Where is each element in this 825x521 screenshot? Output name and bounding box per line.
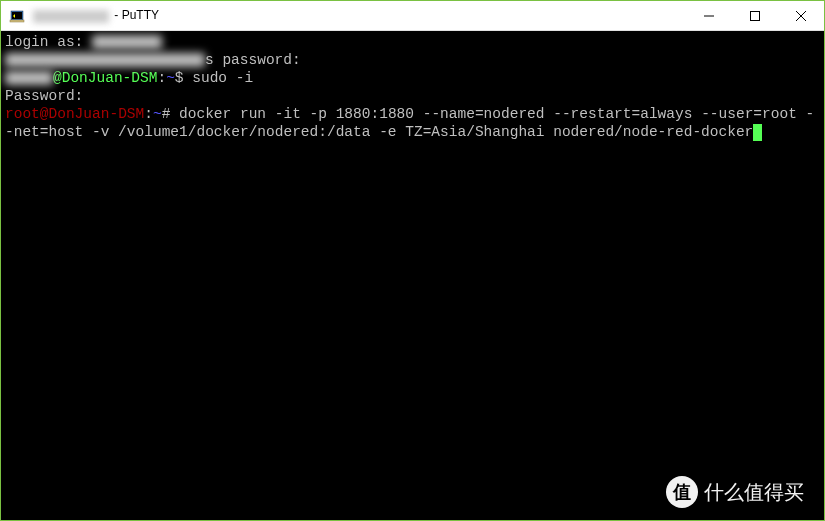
terminal-area[interactable]: login as: s password: @DonJuan-DSM:~$ su… [1, 31, 824, 520]
sudo-command: sudo -i [184, 70, 254, 86]
redacted-userhost [5, 53, 205, 67]
watermark-text: 什么值得买 [704, 479, 804, 506]
redacted-host [33, 10, 109, 23]
window-title: - PuTTY [33, 8, 686, 22]
redacted-user2 [5, 71, 53, 85]
prompt-colon: : [157, 70, 166, 86]
root-host: DonJuan-DSM [49, 106, 145, 122]
sudo-password-prompt: Password: [5, 88, 83, 104]
svg-rect-2 [10, 20, 24, 22]
prompt-sigil: $ [175, 70, 184, 86]
login-prompt: login as: [5, 34, 92, 50]
window-controls [686, 1, 824, 30]
maximize-button[interactable] [732, 1, 778, 31]
prompt-host: DonJuan-DSM [62, 70, 158, 86]
window-titlebar: - PuTTY [1, 1, 824, 31]
root-at: @ [40, 106, 49, 122]
prompt-path: ~ [166, 70, 175, 86]
prompt-at: @ [53, 70, 62, 86]
watermark-badge-icon: 值 [666, 476, 698, 508]
watermark: 值 什么值得买 [666, 476, 804, 508]
putty-icon [9, 8, 25, 24]
root-colon: : [144, 106, 153, 122]
svg-rect-4 [751, 12, 760, 21]
terminal-cursor [753, 124, 762, 141]
minimize-button[interactable] [686, 1, 732, 31]
redacted-username [92, 35, 162, 49]
root-path: ~ [153, 106, 162, 122]
close-button[interactable] [778, 1, 824, 31]
root-user: root [5, 106, 40, 122]
password-label: s password: [205, 52, 301, 68]
